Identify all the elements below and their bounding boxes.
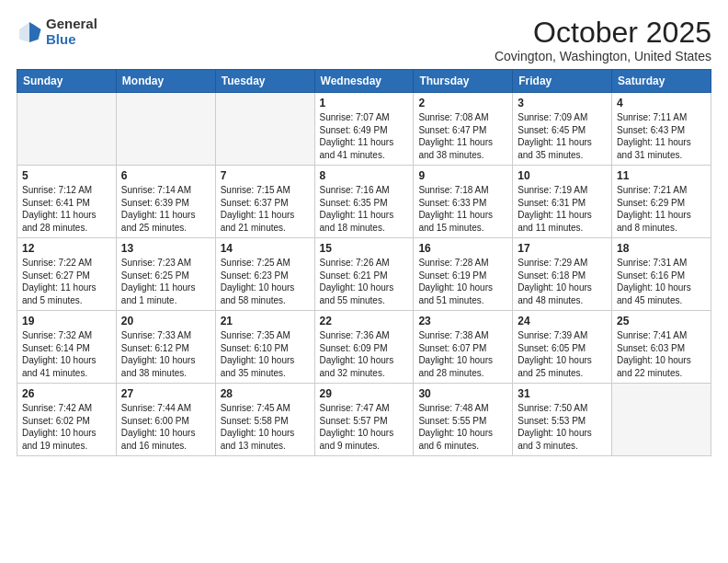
day-info: Sunrise: 7:32 AMSunset: 6:14 PMDaylight:… xyxy=(22,329,111,379)
day-header-monday: Monday xyxy=(116,70,215,93)
day-cell: 3Sunrise: 7:09 AMSunset: 6:45 PMDaylight… xyxy=(513,93,612,166)
day-number: 30 xyxy=(418,387,507,400)
week-row-1: 1Sunrise: 7:07 AMSunset: 6:49 PMDaylight… xyxy=(17,93,711,166)
day-info: Sunrise: 7:36 AMSunset: 6:09 PMDaylight:… xyxy=(320,329,409,379)
day-info: Sunrise: 7:22 AMSunset: 6:27 PMDaylight:… xyxy=(22,257,111,306)
day-cell: 29Sunrise: 7:47 AMSunset: 5:57 PMDayligh… xyxy=(314,384,414,456)
day-number: 15 xyxy=(320,242,409,255)
day-cell: 26Sunrise: 7:42 AMSunset: 6:02 PMDayligh… xyxy=(17,384,117,456)
day-number: 5 xyxy=(22,169,111,182)
day-number: 22 xyxy=(320,315,409,327)
day-info: Sunrise: 7:14 AMSunset: 6:39 PMDaylight:… xyxy=(121,184,210,234)
day-cell xyxy=(612,384,711,456)
day-info: Sunrise: 7:21 AMSunset: 6:29 PMDaylight:… xyxy=(617,184,706,234)
day-number: 25 xyxy=(617,315,706,327)
day-info: Sunrise: 7:18 AMSunset: 6:33 PMDaylight:… xyxy=(418,184,507,234)
day-info: Sunrise: 7:11 AMSunset: 6:43 PMDaylight:… xyxy=(617,111,706,161)
day-number: 23 xyxy=(418,315,507,327)
day-number: 19 xyxy=(22,315,111,327)
logo-blue-text: Blue xyxy=(46,32,97,48)
day-info: Sunrise: 7:35 AMSunset: 6:10 PMDaylight:… xyxy=(221,329,310,379)
day-cell: 19Sunrise: 7:32 AMSunset: 6:14 PMDayligh… xyxy=(17,311,117,384)
day-cell: 1Sunrise: 7:07 AMSunset: 6:49 PMDaylight… xyxy=(314,93,414,166)
day-info: Sunrise: 7:16 AMSunset: 6:35 PMDaylight:… xyxy=(320,184,409,234)
day-header-tuesday: Tuesday xyxy=(215,70,314,93)
day-number: 20 xyxy=(121,315,210,327)
logo: General Blue xyxy=(17,17,97,47)
day-cell: 14Sunrise: 7:25 AMSunset: 6:23 PMDayligh… xyxy=(215,238,314,311)
day-info: Sunrise: 7:26 AMSunset: 6:21 PMDaylight:… xyxy=(320,257,409,306)
day-info: Sunrise: 7:19 AMSunset: 6:31 PMDaylight:… xyxy=(518,184,607,234)
week-row-2: 5Sunrise: 7:12 AMSunset: 6:41 PMDaylight… xyxy=(17,166,711,238)
day-cell xyxy=(215,93,314,166)
day-info: Sunrise: 7:28 AMSunset: 6:19 PMDaylight:… xyxy=(418,257,507,306)
day-number: 27 xyxy=(121,387,210,400)
day-info: Sunrise: 7:08 AMSunset: 6:47 PMDaylight:… xyxy=(418,111,507,161)
day-info: Sunrise: 7:38 AMSunset: 6:07 PMDaylight:… xyxy=(418,329,507,379)
day-cell: 18Sunrise: 7:31 AMSunset: 6:16 PMDayligh… xyxy=(612,238,711,311)
day-cell: 23Sunrise: 7:38 AMSunset: 6:07 PMDayligh… xyxy=(414,311,513,384)
week-row-3: 12Sunrise: 7:22 AMSunset: 6:27 PMDayligh… xyxy=(17,238,711,311)
day-cell: 11Sunrise: 7:21 AMSunset: 6:29 PMDayligh… xyxy=(612,166,711,238)
day-info: Sunrise: 7:41 AMSunset: 6:03 PMDaylight:… xyxy=(617,329,706,379)
logo-text: General Blue xyxy=(46,17,97,47)
day-info: Sunrise: 7:29 AMSunset: 6:18 PMDaylight:… xyxy=(518,257,607,306)
day-number: 8 xyxy=(320,169,409,182)
header: General Blue October 2025 Covington, Was… xyxy=(17,17,711,63)
day-cell: 31Sunrise: 7:50 AMSunset: 5:53 PMDayligh… xyxy=(513,384,612,456)
day-number: 12 xyxy=(22,242,111,255)
day-cell: 2Sunrise: 7:08 AMSunset: 6:47 PMDaylight… xyxy=(414,93,513,166)
day-number: 7 xyxy=(221,169,310,182)
day-info: Sunrise: 7:15 AMSunset: 6:37 PMDaylight:… xyxy=(221,184,310,234)
day-header-wednesday: Wednesday xyxy=(314,70,414,93)
day-info: Sunrise: 7:39 AMSunset: 6:05 PMDaylight:… xyxy=(518,329,607,379)
day-cell: 4Sunrise: 7:11 AMSunset: 6:43 PMDaylight… xyxy=(612,93,711,166)
day-cell: 28Sunrise: 7:45 AMSunset: 5:58 PMDayligh… xyxy=(215,384,314,456)
day-number: 4 xyxy=(617,97,706,109)
day-cell: 24Sunrise: 7:39 AMSunset: 6:05 PMDayligh… xyxy=(513,311,612,384)
day-number: 1 xyxy=(320,97,409,109)
day-info: Sunrise: 7:47 AMSunset: 5:57 PMDaylight:… xyxy=(320,402,409,452)
day-cell xyxy=(17,93,117,166)
day-cell: 7Sunrise: 7:15 AMSunset: 6:37 PMDaylight… xyxy=(215,166,314,238)
day-info: Sunrise: 7:44 AMSunset: 6:00 PMDaylight:… xyxy=(121,402,210,452)
day-number: 13 xyxy=(121,242,210,255)
month-title: October 2025 xyxy=(495,17,711,49)
subtitle: Covington, Washington, United States xyxy=(495,49,711,63)
day-number: 18 xyxy=(617,242,706,255)
day-cell: 6Sunrise: 7:14 AMSunset: 6:39 PMDaylight… xyxy=(116,166,215,238)
day-header-friday: Friday xyxy=(513,70,612,93)
day-info: Sunrise: 7:48 AMSunset: 5:55 PMDaylight:… xyxy=(418,402,507,452)
days-header-row: SundayMondayTuesdayWednesdayThursdayFrid… xyxy=(17,70,711,93)
day-cell: 13Sunrise: 7:23 AMSunset: 6:25 PMDayligh… xyxy=(116,238,215,311)
day-info: Sunrise: 7:23 AMSunset: 6:25 PMDaylight:… xyxy=(121,257,210,306)
logo-general-text: General xyxy=(46,17,97,32)
day-cell: 30Sunrise: 7:48 AMSunset: 5:55 PMDayligh… xyxy=(414,384,513,456)
day-cell xyxy=(116,93,215,166)
day-cell: 5Sunrise: 7:12 AMSunset: 6:41 PMDaylight… xyxy=(17,166,117,238)
calendar-table: SundayMondayTuesdayWednesdayThursdayFrid… xyxy=(17,69,711,456)
day-number: 28 xyxy=(221,387,310,400)
day-cell: 9Sunrise: 7:18 AMSunset: 6:33 PMDaylight… xyxy=(414,166,513,238)
day-info: Sunrise: 7:45 AMSunset: 5:58 PMDaylight:… xyxy=(221,402,310,452)
day-number: 9 xyxy=(418,169,507,182)
day-number: 24 xyxy=(518,315,607,327)
day-cell: 12Sunrise: 7:22 AMSunset: 6:27 PMDayligh… xyxy=(17,238,117,311)
day-number: 16 xyxy=(418,242,507,255)
day-cell: 21Sunrise: 7:35 AMSunset: 6:10 PMDayligh… xyxy=(215,311,314,384)
day-cell: 25Sunrise: 7:41 AMSunset: 6:03 PMDayligh… xyxy=(612,311,711,384)
day-number: 3 xyxy=(518,97,607,109)
day-header-thursday: Thursday xyxy=(414,70,513,93)
logo-icon xyxy=(17,19,42,45)
day-cell: 8Sunrise: 7:16 AMSunset: 6:35 PMDaylight… xyxy=(314,166,414,238)
day-info: Sunrise: 7:07 AMSunset: 6:49 PMDaylight:… xyxy=(320,111,409,161)
day-info: Sunrise: 7:31 AMSunset: 6:16 PMDaylight:… xyxy=(617,257,706,306)
day-cell: 17Sunrise: 7:29 AMSunset: 6:18 PMDayligh… xyxy=(513,238,612,311)
day-number: 29 xyxy=(320,387,409,400)
day-cell: 16Sunrise: 7:28 AMSunset: 6:19 PMDayligh… xyxy=(414,238,513,311)
title-block: October 2025 Covington, Washington, Unit… xyxy=(495,17,711,63)
day-number: 21 xyxy=(221,315,310,327)
day-info: Sunrise: 7:33 AMSunset: 6:12 PMDaylight:… xyxy=(121,329,210,379)
calendar-page: General Blue October 2025 Covington, Was… xyxy=(0,0,728,465)
day-number: 31 xyxy=(518,387,607,400)
